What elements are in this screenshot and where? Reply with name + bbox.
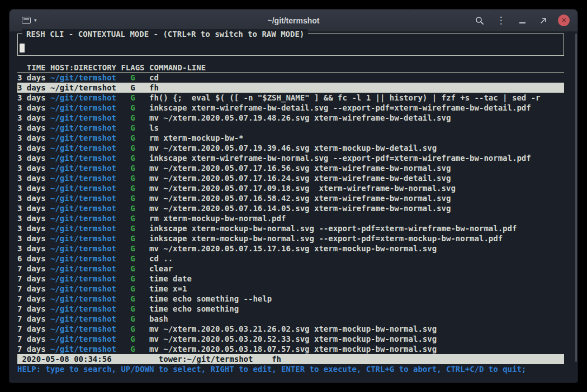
row-directory: ~/git/termshot: [50, 264, 116, 274]
history-row[interactable]: 3 days ~/git/termshot G rm xterm-mockup-…: [17, 133, 564, 143]
menu-button[interactable]: ⋮: [494, 14, 508, 27]
help-bar: HELP: type to search, UP/DOWN to select,…: [17, 364, 564, 374]
row-directory: ~/git/termshot: [50, 153, 116, 163]
new-tab-button[interactable]: ▾: [20, 15, 39, 26]
restore-button[interactable]: [537, 14, 550, 27]
history-list: 3 days ~/git/termshot G cd 3 days ~/git/…: [17, 73, 564, 354]
history-row[interactable]: 7 days ~/git/termshot G mv ~/xterm.2020.…: [17, 334, 564, 344]
row-flags: G: [121, 314, 144, 324]
row-directory: ~/git/termshot: [50, 73, 116, 83]
row-command: mv ~/xterm.2020.05.07.16.14.05.svg xterm…: [149, 203, 451, 213]
row-command: mv ~/xterm.2020.05.03.20.52.33.svg xterm…: [149, 334, 437, 344]
history-row[interactable]: 3 days ~/git/termshot G mv ~/xterm.2020.…: [17, 143, 564, 153]
row-directory: ~/git/termshot: [50, 193, 116, 203]
row-time: 3 days: [17, 243, 46, 254]
history-row[interactable]: 3 days ~/git/termshot G mv ~/xterm.2020.…: [17, 183, 564, 193]
restore-icon: [539, 17, 547, 25]
row-directory: ~/git/termshot: [50, 344, 116, 354]
row-directory: ~/git/termshot: [50, 213, 116, 223]
history-row[interactable]: 3 days ~/git/termshot G inkscape xterm-m…: [17, 223, 564, 233]
search-panel[interactable]: RESH CLI - CONTEXTUAL MODE - (CTRL+R to …: [17, 34, 564, 56]
row-directory: ~/git/termshot: [50, 173, 116, 183]
row-time: 7 days: [17, 284, 46, 294]
row-command: inkscape xterm-mockup-bw-normal.svg --ex…: [149, 223, 517, 233]
history-row[interactable]: 3 days ~/git/termshot G mv ~/xterm.2020.…: [17, 173, 564, 183]
row-command: mv ~/xterm.2020.05.03.21.26.02.svg xterm…: [149, 324, 437, 334]
terminal-content[interactable]: RESH CLI - CONTEXTUAL MODE - (CTRL+R to …: [10, 32, 577, 383]
row-flags: G: [121, 213, 144, 223]
close-button[interactable]: ✕: [558, 15, 570, 26]
titlebar[interactable]: ▾ ~/git/termshot ⋮ ✕: [10, 9, 577, 32]
row-directory: ~/git/termshot: [50, 334, 116, 344]
history-row[interactable]: 7 days ~/git/termshot G time date: [17, 274, 564, 284]
search-icon: [475, 16, 484, 25]
row-flags: G: [121, 153, 144, 163]
minimize-button[interactable]: [515, 14, 529, 27]
row-directory: ~/git/termshot: [50, 83, 116, 93]
history-row[interactable]: 7 days ~/git/termshot G mv ~/xterm.2020.…: [17, 324, 564, 334]
row-command: mv ~/xterm.2020.05.07.16.58.42.svg xterm…: [149, 193, 451, 203]
row-flags: G: [121, 243, 144, 254]
history-row[interactable]: 6 days ~/git/termshot G cd ..: [17, 254, 564, 264]
row-command: fh: [149, 83, 159, 93]
row-directory: ~/git/termshot: [50, 284, 116, 294]
row-time: 3 days: [17, 183, 46, 193]
row-flags: G: [121, 294, 144, 304]
history-row[interactable]: 3 days ~/git/termshot G fh() {; eval $( …: [17, 93, 564, 103]
history-row[interactable]: 7 days ~/git/termshot G time echo someth…: [17, 304, 564, 314]
history-row[interactable]: 3 days ~/git/termshot G mv ~/xterm.2020.…: [17, 113, 564, 123]
history-row[interactable]: 3 days ~/git/termshot G cd: [17, 73, 564, 83]
history-row[interactable]: 3 days ~/git/termshot G inkscape xterm-w…: [17, 103, 564, 113]
history-row[interactable]: 7 days ~/git/termshot G mv ~/xterm.2020.…: [17, 344, 564, 354]
row-flags: G: [121, 203, 144, 213]
row-flags: G: [121, 284, 144, 294]
scrollbar[interactable]: [575, 34, 577, 362]
history-row[interactable]: 7 days ~/git/termshot G time echo someth…: [17, 294, 564, 304]
row-flags: G: [121, 143, 144, 153]
row-flags: G: [121, 193, 144, 203]
row-directory: ~/git/termshot: [50, 254, 116, 264]
row-flags: G: [121, 93, 144, 103]
row-flags: G: [121, 183, 144, 193]
row-flags: G: [121, 264, 144, 274]
history-row[interactable]: 3 days ~/git/termshot G mv ~/xterm.2020.…: [17, 163, 564, 173]
row-flags: G: [121, 73, 144, 83]
history-row[interactable]: 3 days ~/git/termshot G mv ~/xterm.2020.…: [17, 203, 564, 213]
search-panel-title: RESH CLI - CONTEXTUAL MODE - (CTRL+R to …: [22, 29, 308, 39]
minimize-icon: [519, 22, 526, 23]
row-flags: G: [121, 83, 144, 93]
row-time: 6 days: [17, 254, 46, 264]
search-button[interactable]: [473, 14, 486, 27]
row-time: 7 days: [17, 314, 46, 324]
row-flags: G: [121, 274, 144, 284]
history-row[interactable]: 3 days ~/git/termshot G inkscape xterm-w…: [17, 153, 564, 163]
row-time: 3 days: [17, 83, 46, 93]
history-row[interactable]: 7 days ~/git/termshot G time x=1: [17, 284, 564, 294]
row-directory: ~/git/termshot: [50, 93, 116, 103]
history-row[interactable]: 3 days ~/git/termshot G mv ~/xterm.2020.…: [17, 243, 564, 254]
history-row[interactable]: 3 days ~/git/termshot G mv ~/xterm.2020.…: [17, 193, 564, 203]
row-directory: ~/git/termshot: [50, 183, 116, 193]
history-row[interactable]: 3 days ~/git/termshot G fh: [17, 83, 564, 93]
row-directory: ~/git/termshot: [50, 274, 116, 284]
row-directory: ~/git/termshot: [50, 133, 116, 143]
row-flags: G: [121, 133, 144, 143]
status-host-directory: tower:~/git/termshot: [159, 354, 253, 364]
row-time: 7 days: [17, 324, 46, 334]
row-time: 3 days: [17, 173, 46, 183]
row-command: time echo something --help: [149, 294, 272, 304]
row-command: mv ~/xterm.2020.05.07.17.16.56.svg xterm…: [149, 163, 451, 173]
row-flags: G: [121, 344, 144, 354]
row-directory: ~/git/termshot: [50, 113, 116, 123]
row-time: 7 days: [17, 294, 46, 304]
row-flags: G: [121, 223, 144, 233]
history-row[interactable]: 3 days ~/git/termshot G rm xterm-mockup-…: [17, 213, 564, 223]
header-flags: FLAGS: [121, 63, 144, 73]
history-row[interactable]: 7 days ~/git/termshot G clear: [17, 264, 564, 274]
row-time: 7 days: [17, 334, 46, 344]
row-time: 3 days: [17, 103, 46, 113]
history-row[interactable]: 7 days ~/git/termshot G bash: [17, 314, 564, 324]
history-row[interactable]: 3 days ~/git/termshot G inkscape xterm-m…: [17, 233, 564, 243]
history-row[interactable]: 3 days ~/git/termshot G ls: [17, 123, 564, 133]
row-flags: G: [121, 334, 144, 344]
